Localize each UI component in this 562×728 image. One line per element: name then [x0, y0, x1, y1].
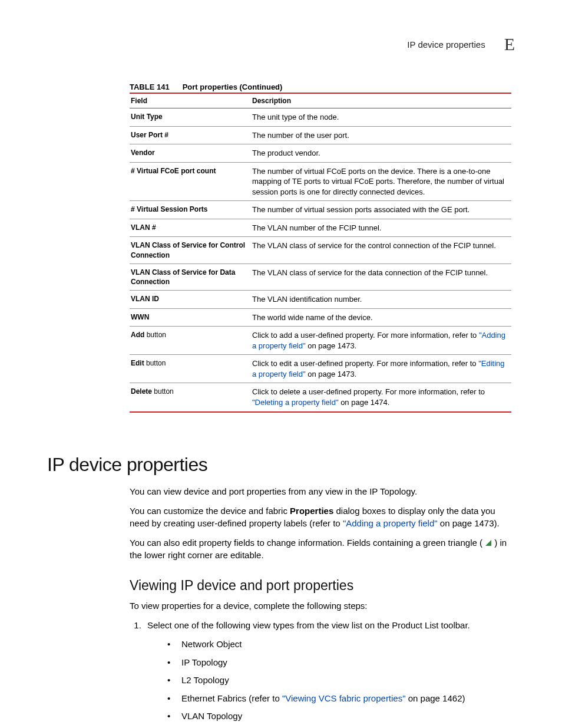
field-label: # Virtual FCoE port count: [130, 162, 251, 201]
page-header: IP device properties E: [47, 34, 515, 54]
field-desc: The VLAN class of service for the contro…: [251, 237, 511, 263]
field-label: Vendor: [130, 144, 251, 163]
table-row: Add button Click to add a user-defined p…: [130, 327, 511, 355]
field-label: Delete button: [130, 383, 251, 412]
table-row: # Virtual Session Ports The number of vi…: [130, 201, 511, 219]
field-label: User Port #: [130, 126, 251, 144]
section-heading: IP device properties: [47, 454, 515, 476]
col-field: Field: [130, 93, 251, 108]
list-item: Ethernet Fabrics (refer to "Viewing VCS …: [167, 692, 515, 706]
table-row: VLAN Class of Service for Data Connectio…: [130, 263, 511, 290]
table-row: Delete button Click to delete a user-def…: [130, 383, 511, 412]
link-adding-property[interactable]: "Adding a property field": [343, 518, 438, 528]
table-row: VLAN ID The VLAN identification number.: [130, 291, 511, 309]
appendix-letter: E: [504, 34, 515, 54]
header-title: IP device properties: [407, 39, 485, 50]
field-label: Unit Type: [130, 108, 251, 127]
table-row: Edit button Click to edit a user-defined…: [130, 355, 511, 383]
body-paragraph: You can also edit property fields to cha…: [130, 536, 515, 561]
field-desc: The number of virtual session ports asso…: [251, 201, 511, 219]
link-deleting-property[interactable]: "Deleting a property field": [252, 398, 339, 407]
field-desc: The world wide name of the device.: [251, 308, 511, 327]
table-row: User Port # The number of the user port.: [130, 126, 511, 144]
field-label: VLAN #: [130, 219, 251, 237]
field-label: VLAN Class of Service for Data Connectio…: [130, 263, 251, 290]
table-row: Vendor The product vendor.: [130, 144, 511, 163]
body-paragraph: You can customize the device and fabric …: [130, 505, 515, 529]
field-desc: The VLAN identification number.: [251, 291, 511, 309]
field-desc: The number of virtual FCoE ports on the …: [251, 162, 511, 201]
step-item: Select one of the following view types f…: [144, 619, 515, 723]
field-label: # Virtual Session Ports: [130, 201, 251, 219]
link-vcs-fabric[interactable]: "Viewing VCS fabric properties": [282, 693, 406, 703]
field-desc: The unit type of the node.: [251, 108, 511, 127]
body-paragraph: To view properties for a device, complet…: [130, 599, 515, 612]
editable-triangle-icon: [485, 540, 491, 546]
table-header-row: Field Description: [130, 93, 511, 108]
table-row: Unit Type The unit type of the node.: [130, 108, 511, 127]
field-label: Add button: [130, 327, 251, 355]
table-caption: TABLE 141Port properties (Continued): [130, 83, 515, 91]
field-desc: Click to edit a user-defined property. F…: [251, 355, 511, 383]
steps-list: Select one of the following view types f…: [130, 619, 515, 723]
field-label: WWN: [130, 308, 251, 327]
field-desc: Click to delete a user-defined property.…: [251, 383, 511, 412]
table-row: VLAN Class of Service for Control Connec…: [130, 237, 511, 263]
table-title: Port properties (Continued): [183, 83, 283, 91]
body-paragraph: You can view device and port properties …: [130, 485, 515, 498]
table-row: WWN The world wide name of the device.: [130, 308, 511, 327]
subsection-heading: Viewing IP device and port properties: [130, 578, 515, 594]
list-item: L2 Topology: [167, 674, 515, 687]
field-desc: The VLAN class of service for the data c…: [251, 263, 511, 290]
field-desc: The VLAN number of the FCIP tunnel.: [251, 219, 511, 237]
table-row: # Virtual FCoE port count The number of …: [130, 162, 511, 201]
field-desc: Click to add a user-defined property. Fo…: [251, 327, 511, 355]
view-types-list: Network Object IP Topology L2 Topology E…: [167, 638, 515, 723]
field-label: VLAN ID: [130, 291, 251, 309]
list-item: Network Object: [167, 638, 515, 651]
list-item: IP Topology: [167, 656, 515, 670]
table-number: TABLE 141: [130, 83, 170, 91]
list-item: VLAN Topology: [167, 710, 515, 723]
field-label: Edit button: [130, 355, 251, 383]
field-desc: The product vendor.: [251, 144, 511, 163]
field-label: VLAN Class of Service for Control Connec…: [130, 237, 251, 263]
col-description: Description: [251, 93, 511, 108]
port-properties-table: Field Description Unit Type The unit typ…: [130, 93, 511, 413]
table-row: VLAN # The VLAN number of the FCIP tunne…: [130, 219, 511, 237]
field-desc: The number of the user port.: [251, 126, 511, 144]
